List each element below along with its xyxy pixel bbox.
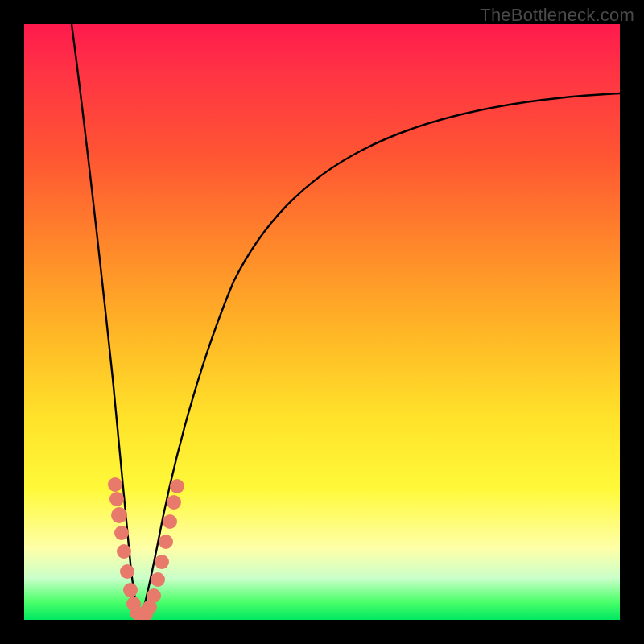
data-point: [108, 477, 122, 492]
data-point: [123, 583, 138, 597]
data-point: [117, 544, 131, 559]
plot-area: [24, 24, 620, 620]
data-point: [170, 479, 184, 493]
data-point: [147, 588, 161, 603]
data-point: [109, 492, 124, 506]
watermark-text: TheBottleneck.com: [480, 5, 634, 26]
data-point: [111, 507, 127, 523]
bottleneck-curve-left: [72, 24, 140, 620]
data-point: [151, 572, 165, 587]
data-point: [120, 564, 134, 579]
curve-layer: [24, 24, 620, 620]
data-point: [167, 495, 181, 510]
chart-frame: TheBottleneck.com: [0, 0, 644, 644]
data-point: [155, 555, 169, 569]
bottleneck-curve-right: [140, 93, 620, 620]
data-point: [159, 535, 173, 549]
data-point: [163, 514, 177, 529]
data-point: [114, 526, 129, 540]
